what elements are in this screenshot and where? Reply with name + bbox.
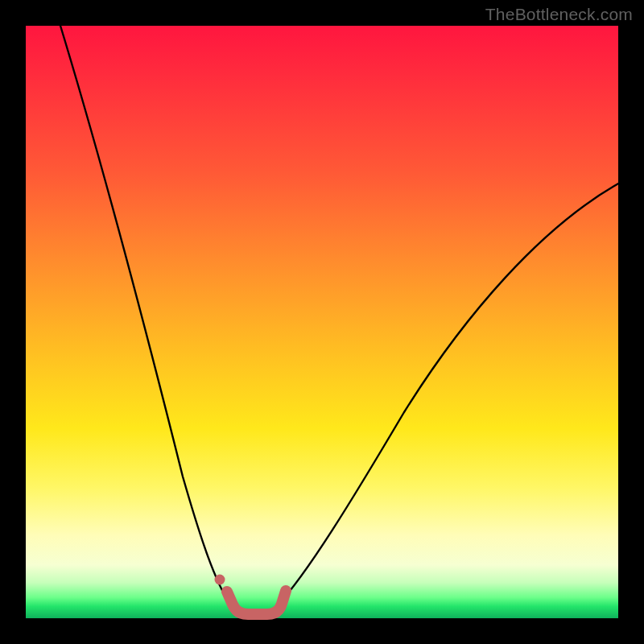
curve-left-arm: [58, 18, 231, 606]
chart-frame: TheBottleneck.com: [0, 0, 644, 644]
optimal-range-marker: [227, 591, 286, 614]
curve-right-arm: [277, 183, 620, 606]
bottleneck-curve: [26, 26, 618, 618]
watermark-text: TheBottleneck.com: [485, 5, 633, 24]
marker-dot: [215, 575, 225, 585]
plot-area: [26, 26, 618, 618]
